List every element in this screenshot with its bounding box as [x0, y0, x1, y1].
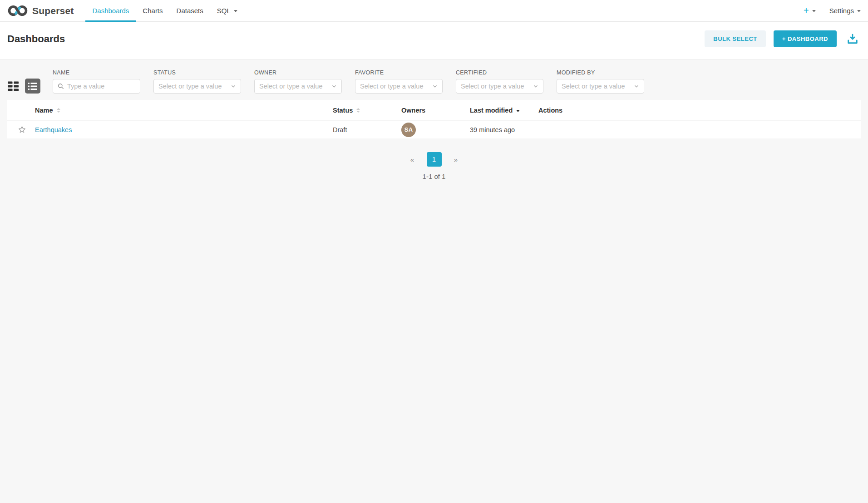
top-navbar: Superset Dashboards Charts Datasets SQL … [0, 0, 868, 22]
chevron-down-icon [533, 84, 538, 89]
dashboard-name-link[interactable]: Earthquakes [35, 126, 72, 133]
status-filter-select[interactable]: Select or type a value [153, 79, 241, 94]
caret-down-icon [857, 10, 861, 12]
caret-down-icon [234, 10, 237, 12]
name-column-header[interactable]: Name [35, 107, 333, 114]
owner-filter: OWNER Select or type a value [254, 69, 342, 94]
add-dashboard-button[interactable]: + DASHBOARD [774, 30, 837, 47]
certified-filter-select[interactable]: Select or type a value [456, 79, 543, 94]
pagination-page-1-button[interactable]: 1 [427, 152, 442, 167]
chevron-down-icon [331, 84, 337, 89]
last-modified-column-header[interactable]: Last modified [470, 107, 538, 114]
new-item-menu[interactable]: + [804, 5, 816, 16]
import-dashboards-button[interactable] [844, 33, 861, 45]
card-view-toggle[interactable] [7, 79, 19, 94]
modified-by-filter-select[interactable]: Select or type a value [557, 79, 644, 94]
superset-logo-icon [7, 5, 28, 17]
dashboards-table: Name Status Owners Last modified Actions [7, 100, 861, 138]
view-toggles [7, 79, 40, 94]
certified-filter-label: CERTIFIED [456, 69, 543, 76]
pagination-summary: 1-1 of 1 [423, 173, 446, 180]
owner-filter-select[interactable]: Select or type a value [254, 79, 342, 94]
status-filter-label: STATUS [153, 69, 241, 76]
status-cell: Draft [333, 126, 401, 133]
favorite-filter-select[interactable]: Select or type a value [355, 79, 443, 94]
nav-item-charts[interactable]: Charts [136, 0, 169, 21]
nav-menu: Dashboards Charts Datasets SQL [85, 0, 244, 21]
owners-column-header: Owners [401, 107, 470, 114]
favorite-filter: FAVORITE Select or type a value [355, 69, 443, 94]
nav-right: + Settings [804, 0, 861, 21]
modified-by-filter: MODIFIED BY Select or type a value [557, 69, 644, 94]
brand-name: Superset [32, 5, 74, 16]
sort-desc-icon [516, 110, 520, 112]
owner-filter-label: OWNER [254, 69, 342, 76]
settings-menu[interactable]: Settings [829, 7, 861, 15]
grid-view-icon [8, 81, 19, 91]
search-icon [58, 83, 64, 89]
favorite-filter-label: FAVORITE [355, 69, 443, 76]
chevron-down-icon [432, 84, 438, 89]
name-filter-input[interactable] [67, 83, 135, 90]
favorite-star-icon[interactable] [18, 125, 26, 134]
status-filter: STATUS Select or type a value [153, 69, 241, 94]
chevron-down-icon [634, 84, 639, 89]
last-modified-cell: 39 minutes ago [470, 126, 538, 133]
title-actions: BULK SELECT + DASHBOARD [705, 30, 861, 47]
name-filter-control [53, 79, 140, 94]
nav-item-sql[interactable]: SQL [210, 0, 244, 21]
actions-column-header: Actions [538, 107, 861, 114]
brand[interactable]: Superset [7, 0, 74, 21]
certified-filter: CERTIFIED Select or type a value [456, 69, 543, 94]
filter-bar: NAME STATUS Select or type a value OWNER… [0, 59, 868, 100]
owner-avatar[interactable]: SA [401, 123, 416, 137]
sort-icon [57, 108, 60, 113]
bulk-select-button[interactable]: BULK SELECT [705, 30, 766, 47]
name-filter: NAME [53, 69, 140, 94]
plus-icon: + [804, 5, 809, 16]
table-header-row: Name Status Owners Last modified Actions [7, 100, 861, 120]
sort-icon [356, 108, 360, 113]
list-view-icon [28, 82, 38, 91]
pagination-prev-button[interactable]: « [405, 152, 420, 167]
pagination: « 1 » 1-1 of 1 [0, 152, 868, 180]
list-view-toggle[interactable] [25, 79, 40, 94]
download-icon [846, 33, 859, 45]
nav-item-dashboards[interactable]: Dashboards [85, 0, 136, 21]
caret-down-icon [812, 10, 816, 12]
table-row: Earthquakes Draft SA 39 minutes ago [7, 120, 861, 138]
modified-by-filter-label: MODIFIED BY [557, 69, 644, 76]
nav-item-datasets[interactable]: Datasets [170, 0, 210, 21]
pager: « 1 » [405, 152, 464, 167]
name-filter-label: NAME [53, 69, 140, 76]
status-column-header[interactable]: Status [333, 107, 401, 114]
page-title: Dashboards [7, 33, 65, 45]
title-bar: Dashboards BULK SELECT + DASHBOARD [0, 22, 868, 59]
pagination-next-button[interactable]: » [449, 152, 464, 167]
chevron-down-icon [231, 84, 236, 89]
